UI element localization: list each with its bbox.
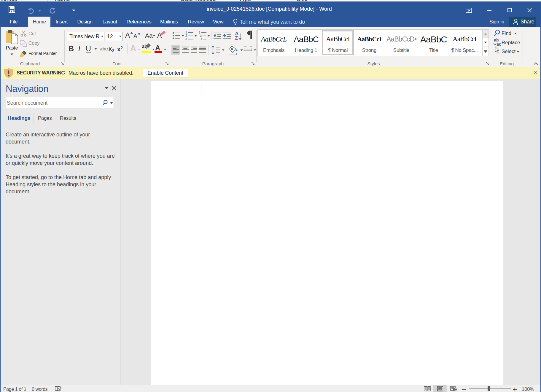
svg-text:i: i bbox=[201, 37, 202, 40]
svg-text:Z: Z bbox=[235, 35, 238, 40]
svg-text:a: a bbox=[200, 34, 202, 37]
svg-text:1: 1 bbox=[185, 31, 187, 34]
svg-text:1: 1 bbox=[199, 31, 201, 34]
svg-text:2: 2 bbox=[185, 34, 187, 37]
svg-text:3: 3 bbox=[185, 37, 187, 40]
